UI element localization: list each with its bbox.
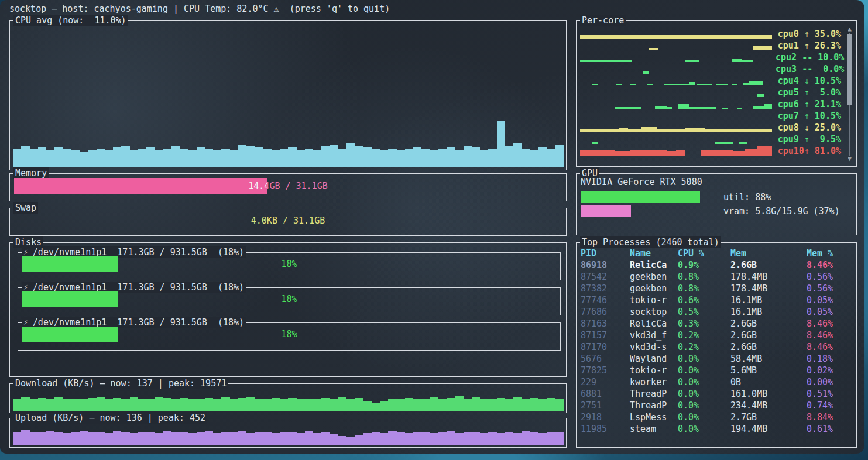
process-cell: 87170 bbox=[581, 341, 630, 353]
disk-entry: ⚡/dev/nvme1n1p1 171.3GB / 931.5GB (18%) … bbox=[18, 287, 561, 315]
gpu-vram-label: vram: 5.8G/15.9G (37%) bbox=[723, 206, 840, 217]
process-cell: 0.0% bbox=[678, 400, 730, 411]
process-cell: 2.6GB bbox=[730, 318, 807, 329]
memory-gauge: 14.4GB / 31.1GB 14.4GB / 31.1GB bbox=[14, 178, 562, 194]
core-label: cpu0 ↑ 35.0% bbox=[776, 29, 841, 39]
process-cell: 8.84% bbox=[807, 411, 852, 423]
panel-disks: Disks ⚡/dev/nvme1n1p1 171.3GB / 931.5GB … bbox=[9, 242, 567, 377]
panel-cpu-avg: CPU avg (now: 11.0%) bbox=[9, 20, 567, 170]
process-cell: 0.0% bbox=[678, 353, 730, 365]
process-row[interactable]: 77746tokio-r0.6%16.1MB0.05% bbox=[581, 294, 852, 306]
core-sparkline bbox=[580, 63, 772, 75]
process-cell: steam bbox=[630, 423, 678, 435]
per-core-title: Per-core bbox=[580, 15, 626, 26]
process-cell: LspMess bbox=[630, 411, 678, 423]
process-row[interactable]: 77825tokio-r0.0%5.6MB0.02% bbox=[581, 365, 852, 376]
panel-processes: Top Processes (2460 total) PID Name CPU … bbox=[576, 242, 857, 448]
process-cell: 2.6GB bbox=[730, 341, 807, 353]
upload-title: Upload (KB/s) — now: 136 | peak: 452 bbox=[13, 412, 207, 424]
col-name: Name bbox=[630, 248, 678, 259]
swap-usage-label: 4.0KB / 31.1GB bbox=[14, 213, 562, 228]
disk-gauge-fill bbox=[22, 327, 118, 342]
disk-gauge-fill bbox=[22, 256, 118, 272]
process-row[interactable]: 87163RelicCa0.3%2.6GB8.46% bbox=[581, 318, 852, 329]
download-title: Download (KB/s) — now: 137 | peak: 19571 bbox=[13, 377, 228, 389]
col-pid: PID bbox=[581, 248, 630, 259]
process-cell: 87163 bbox=[581, 318, 630, 329]
process-cell: 0.0% bbox=[678, 423, 730, 435]
process-cell: 77746 bbox=[581, 294, 630, 306]
disk-gauge: 18% bbox=[22, 291, 556, 307]
core-label: cpu6 ↑ 21.1% bbox=[776, 99, 841, 109]
window-title: socktop — host: cachyos-gaming | CPU Tem… bbox=[9, 4, 390, 14]
process-cell: 0.8% bbox=[678, 271, 730, 283]
process-cell: 2.7GB bbox=[730, 411, 807, 423]
scrollbar-track[interactable] bbox=[845, 33, 854, 156]
process-cell: 16.1MB bbox=[730, 294, 807, 306]
process-cell: 0.61% bbox=[807, 423, 852, 435]
process-cell: tokio-r bbox=[630, 294, 678, 306]
panel-memory: Memory 14.4GB / 31.1GB 14.4GB / 31.1GB bbox=[9, 173, 567, 201]
swap-gauge: 4.0KB / 31.1GB bbox=[14, 213, 562, 228]
core-sparkline bbox=[580, 75, 772, 87]
process-cell: tokio-r bbox=[630, 365, 678, 376]
process-row[interactable]: 87382geekben0.8%178.4MB0.56% bbox=[581, 283, 852, 294]
core-sparkline bbox=[580, 87, 772, 98]
process-row[interactable]: 77686socktop0.5%16.1MB0.05% bbox=[581, 306, 852, 318]
process-table-body: 86918RelicCa0.9%2.6GB8.46%87542geekben0.… bbox=[581, 259, 852, 445]
process-cell: 0.6% bbox=[678, 294, 730, 306]
process-cell: RelicCa bbox=[630, 318, 678, 329]
core-row: cpu8 ↓ 25.0% bbox=[580, 122, 841, 133]
process-row[interactable]: 5676Wayland0.0%58.4MB0.18% bbox=[581, 353, 852, 365]
core-label: cpu3 -- 0.0% bbox=[776, 64, 841, 74]
process-cell: vkd3d-s bbox=[630, 341, 678, 353]
disk-entry: ⚡/dev/nvme1n1p1 171.3GB / 931.5GB (18%) … bbox=[18, 252, 561, 280]
process-cell: geekben bbox=[630, 283, 678, 294]
core-row: cpu4 ↓ 10.5% bbox=[580, 75, 841, 87]
process-row[interactable]: 11985steam0.0%194.4MB0.61% bbox=[581, 423, 852, 435]
core-row: cpu6 ↑ 21.1% bbox=[580, 98, 841, 110]
process-cell: 0.02% bbox=[807, 365, 852, 376]
process-cell: 58.4MB bbox=[730, 353, 807, 365]
process-cell: 0.8% bbox=[678, 283, 730, 294]
core-label: cpu2 -- 10.0% bbox=[776, 52, 841, 63]
process-row[interactable]: 6881ThreadP0.0%161.0MB0.51% bbox=[581, 388, 852, 400]
process-row[interactable]: 87157vkd3d_f0.2%2.6GB8.46% bbox=[581, 329, 852, 341]
scrollbar-thumb[interactable] bbox=[847, 34, 852, 105]
process-cell: 0.0% bbox=[678, 388, 730, 400]
process-cell: 16.1MB bbox=[730, 306, 807, 318]
process-cell: ThreadP bbox=[630, 400, 678, 411]
gpu-util-label: util: 88% bbox=[723, 192, 771, 202]
process-cell: 0.0% bbox=[678, 376, 730, 388]
core-sparkline bbox=[580, 145, 772, 157]
process-row[interactable]: 86918RelicCa0.9%2.6GB8.46% bbox=[581, 259, 852, 271]
process-cell: 0.3% bbox=[678, 318, 730, 329]
disk-entry: ⚡/dev/nvme1n1p1 171.3GB / 931.5GB (18%) … bbox=[18, 322, 561, 351]
gpu-util-fill bbox=[581, 191, 700, 203]
panel-upload: Upload (KB/s) — now: 136 | peak: 452 bbox=[9, 418, 567, 448]
process-cell: 5676 bbox=[581, 353, 630, 365]
process-row[interactable]: 87542geekben0.8%178.4MB0.56% bbox=[581, 271, 852, 283]
scroll-up-icon[interactable]: ▲ bbox=[848, 26, 852, 33]
process-cell: 0.2% bbox=[678, 341, 730, 353]
process-row[interactable]: 2918LspMess0.0%2.7GB8.84% bbox=[581, 411, 852, 423]
core-row: cpu2 -- 10.0% bbox=[580, 52, 841, 63]
process-cell: 0.00% bbox=[807, 376, 852, 388]
process-row[interactable]: 2751ThreadP0.0%234.4MB0.74% bbox=[581, 400, 852, 411]
process-row[interactable]: 229kworker0.0%0B0.00% bbox=[581, 376, 852, 388]
process-cell: 0.56% bbox=[807, 283, 852, 294]
per-core-scrollbar[interactable]: ▲ ▼ bbox=[845, 26, 854, 163]
process-cell: ThreadP bbox=[630, 388, 678, 400]
terminal-window: socktop — host: cachyos-gaming | CPU Tem… bbox=[0, 0, 864, 454]
memory-gauge-fill: 14.4GB / 31.1GB bbox=[14, 178, 267, 194]
core-sparkline bbox=[580, 28, 772, 40]
scroll-down-icon[interactable]: ▼ bbox=[848, 156, 852, 163]
core-row: cpu3 -- 0.0% bbox=[580, 63, 841, 75]
process-row[interactable]: 87170vkd3d-s0.2%2.6GB8.46% bbox=[581, 341, 852, 353]
process-cell: RelicCa bbox=[630, 259, 678, 271]
process-cell: 11985 bbox=[581, 423, 630, 435]
process-cell: 0.05% bbox=[807, 294, 852, 306]
process-cell: 2.6GB bbox=[730, 259, 807, 271]
core-label: cpu5 ↑ 5.0% bbox=[776, 87, 841, 98]
core-sparkline bbox=[580, 122, 772, 133]
